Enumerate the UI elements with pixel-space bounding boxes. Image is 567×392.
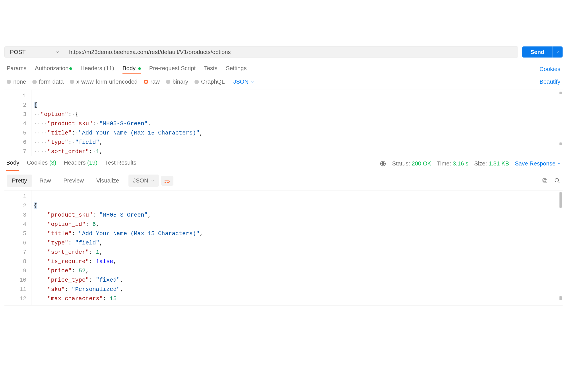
- response-code[interactable]: { "product_sku": "MH05-S-Green", "option…: [31, 190, 563, 305]
- tab-headers[interactable]: Headers (11): [80, 65, 114, 73]
- view-preview[interactable]: Preview: [58, 175, 89, 187]
- tab-pre-request[interactable]: Pre-request Script: [149, 65, 196, 73]
- time-block: Time: 3.16 s: [437, 160, 468, 167]
- tab-params[interactable]: Params: [7, 65, 27, 73]
- response-tab-body[interactable]: Body: [6, 159, 19, 168]
- chevron-down-icon: [151, 179, 154, 182]
- chevron-down-icon: [556, 50, 559, 54]
- radio-icon: [7, 80, 11, 84]
- view-pretty[interactable]: Pretty: [7, 175, 32, 187]
- dot-indicator-icon: [138, 67, 141, 70]
- size-block: Size: 1.31 KB: [474, 160, 509, 167]
- body-type-none[interactable]: none: [7, 78, 26, 85]
- response-tab-headers[interactable]: Headers (19): [64, 159, 97, 168]
- beautify-button[interactable]: Beautify: [539, 78, 560, 85]
- raw-language-dropdown[interactable]: JSON: [233, 78, 254, 85]
- send-options-button[interactable]: [552, 46, 563, 57]
- copy-icon[interactable]: [542, 178, 548, 184]
- svg-rect-2: [543, 179, 546, 182]
- tab-body[interactable]: Body: [122, 65, 141, 73]
- scrollbar-thumb[interactable]: [559, 92, 562, 94]
- scrollbar-thumb[interactable]: [559, 296, 562, 300]
- search-icon[interactable]: [554, 178, 560, 184]
- tab-tests[interactable]: Tests: [204, 65, 218, 73]
- scrollbar-track: [559, 92, 562, 154]
- response-tab-cookies[interactable]: Cookies (3): [27, 159, 56, 168]
- body-type-form-data[interactable]: form-data: [32, 78, 64, 85]
- body-type-graphql[interactable]: GraphQL: [194, 78, 225, 85]
- response-language-dropdown[interactable]: JSON: [128, 175, 159, 187]
- view-visualize[interactable]: Visualize: [91, 175, 124, 187]
- method-label: POST: [10, 49, 26, 56]
- response-gutter: 123456789101112: [4, 190, 31, 305]
- method-dropdown[interactable]: POST: [4, 46, 65, 57]
- tab-authorization[interactable]: Authorization: [35, 65, 72, 73]
- body-type-binary[interactable]: binary: [166, 78, 188, 85]
- body-type-raw[interactable]: raw: [144, 78, 160, 85]
- chevron-down-icon: [251, 80, 254, 84]
- request-code[interactable]: { ··"option":·{ ····"product_sku":·"MH05…: [31, 90, 563, 156]
- wrap-lines-button[interactable]: [161, 176, 173, 186]
- radio-icon: [32, 80, 37, 84]
- scrollbar-thumb[interactable]: [559, 192, 562, 208]
- radio-icon: [144, 80, 148, 84]
- scrollbar-thumb[interactable]: [559, 142, 562, 145]
- view-raw[interactable]: Raw: [34, 175, 56, 187]
- send-button[interactable]: Send: [522, 46, 552, 57]
- response-tab-test-results[interactable]: Test Results: [105, 159, 136, 168]
- radio-icon: [166, 80, 170, 84]
- svg-point-3: [555, 178, 559, 182]
- word-wrap-icon: [164, 178, 170, 183]
- chevron-down-icon: [557, 162, 561, 166]
- request-body-editor[interactable]: 1234567 { ··"option":·{ ····"product_sku…: [4, 90, 563, 156]
- request-gutter: 1234567: [4, 90, 31, 156]
- chevron-down-icon: [56, 50, 60, 54]
- dot-indicator-icon: [69, 67, 72, 70]
- status-block: Status: 200 OK: [392, 160, 431, 167]
- save-response-dropdown[interactable]: Save Response: [515, 160, 561, 167]
- radio-icon: [194, 80, 199, 84]
- tab-settings[interactable]: Settings: [226, 65, 247, 73]
- cookies-link[interactable]: Cookies: [539, 66, 560, 72]
- body-type-url-encoded[interactable]: x-www-form-urlencoded: [70, 78, 137, 85]
- radio-icon: [70, 80, 74, 84]
- scrollbar-track: [559, 192, 562, 304]
- url-input[interactable]: [65, 46, 518, 57]
- globe-icon[interactable]: [380, 160, 386, 167]
- svg-rect-1: [544, 180, 547, 183]
- response-body-editor[interactable]: 123456789101112 { "product_sku": "MH05-S…: [4, 190, 563, 306]
